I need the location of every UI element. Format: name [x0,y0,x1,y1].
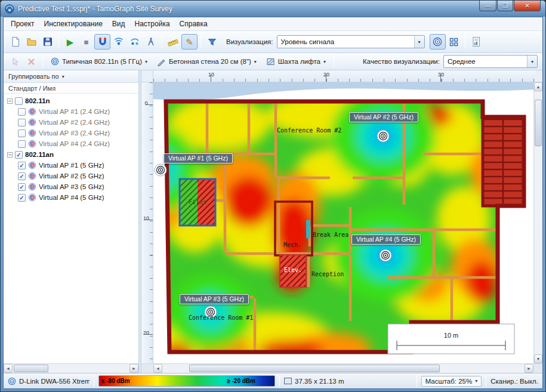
gps-calibration-button[interactable] [143,34,159,50]
stop-survey-button[interactable]: ■ [78,34,94,50]
sidebar-horizontal-scrollbar[interactable]: ◄ ► [4,363,138,373]
draw-zone-label: Шахта лифта [278,58,320,65]
ap-tag-1[interactable]: Virtual AP #1 (5 GHz) [164,153,233,163]
title-bar[interactable]: Predictive Test 1.ssprj* - TamoGraph Sit… [1,1,545,17]
scroll-left-icon[interactable]: ◄ [153,364,162,373]
ap-tag-3[interactable]: Virtual AP #3 (5 GHz) [180,294,249,304]
map-horizontal-scrollbar[interactable]: ◄ ► [153,363,533,373]
start-survey-button[interactable]: ▶ [62,34,78,50]
attenuation-zone-icon [266,57,275,66]
map-area: 10 20 30 0 10 20 [141,70,542,373]
visualization-combobox[interactable]: Уровень сигнала ▾ [277,35,425,48]
ap-marker-4[interactable] [380,249,391,261]
open-project-button[interactable] [23,34,39,50]
scroll-right-icon[interactable]: ► [525,364,533,373]
checkbox[interactable]: ✓ [15,151,23,159]
checkbox[interactable] [18,129,26,137]
checkbox[interactable] [18,119,26,126]
floorplan-svg[interactable]: Conference Room #2 Break Area Mech. Rece… [153,82,533,363]
scrollbar-thumb[interactable] [189,365,440,372]
checkbox[interactable]: ✓ [18,162,26,169]
active-survey-button[interactable] [127,34,143,50]
draw-wall-label: Бетонная стена 20 см (8") [169,58,251,65]
select-tool-button[interactable] [7,55,23,69]
scroll-right-icon[interactable]: ► [129,364,138,373]
open-folder-icon [26,36,37,47]
ap-marker-icon [51,57,59,66]
compass-icon [146,36,156,47]
ap-tag-2[interactable]: Virtual AP #2 (5 GHz) [349,112,418,122]
legend-min-label: ≤ -80 dBm [101,378,130,384]
quality-label: Качество визуализации: [363,58,440,65]
checkbox[interactable] [18,108,26,116]
checkbox[interactable] [18,140,26,148]
tree-item-ap4-24[interactable]: Virtual AP #4 (2.4 GHz) [4,138,138,149]
show-aps-toggle[interactable] [430,34,446,50]
window-title: Predictive Test 1.ssprj* - TamoGraph Sit… [18,5,172,13]
collapse-icon[interactable]: − [7,152,13,158]
measure-calibrate-button[interactable] [165,34,181,50]
snap-magnet-button[interactable] [94,34,110,50]
adapter-icon [8,377,16,385]
edit-plan-button[interactable]: ✎ [181,34,198,50]
menu-project[interactable]: Проект [6,18,39,30]
close-button[interactable]: ✕ [514,1,541,11]
report-button[interactable] [468,34,485,50]
check-icon: ✓ [19,162,24,169]
tree-group-80211an[interactable]: − ✓ 802.11an [4,149,138,160]
menu-settings[interactable]: Настройка [130,18,175,30]
ap-marker-1[interactable] [155,164,166,176]
left-ruler: 0 10 20 [141,82,153,363]
ap-tag-4[interactable]: Virtual AP #4 (5 GHz) [351,234,421,245]
visualization-value: Уровень сигнала [277,38,414,45]
column-header[interactable]: Стандарт / Имя [4,83,138,94]
ruler-mark: 20 [321,72,332,78]
tree-item-ap3-5[interactable]: ✓ Virtual AP #3 (5 GHz) [4,181,138,192]
tree-item-ap3-24[interactable]: Virtual AP #3 (2.4 GHz) [4,128,138,138]
tree-group-80211n[interactable]: − 802.11n [4,95,138,106]
tree-item-ap2-5[interactable]: ✓ Virtual AP #2 (5 GHz) [4,171,138,181]
scroll-up-icon[interactable]: ▲ [534,82,542,91]
save-button[interactable] [39,34,55,50]
floorplan-canvas[interactable]: Conference Room #2 Break Area Mech. Rece… [153,82,533,363]
draw-ap-dropdown[interactable]: Типичная 802.11n (5 ГГц) ▾ [46,55,152,69]
map-hscroll-row: ◄ ► [141,363,542,373]
draw-wall-dropdown[interactable]: Бетонная стена 20 см (8") ▾ [152,55,261,69]
scrollbar-thumb[interactable] [14,365,48,372]
tree-item-ap2-24[interactable]: Virtual AP #2 (2.4 GHz) [4,117,138,128]
map-vertical-scrollbar[interactable]: ▲ ▼ [533,82,542,363]
tree-item-ap4-5[interactable]: ✓ Virtual AP #4 (5 GHz) [4,192,138,203]
checkbox[interactable] [15,97,23,105]
chevron-down-icon: ▾ [527,55,537,67]
scroll-left-icon[interactable]: ◄ [4,364,13,373]
checkbox[interactable]: ✓ [18,172,26,180]
tree-item-ap1-5[interactable]: ✓ Virtual AP #1 (5 GHz) [4,160,138,171]
menu-view[interactable]: Вид [107,18,130,30]
tree-item-ap1-24[interactable]: Virtual AP #1 (2.4 GHz) [4,106,138,117]
chevron-down-icon: ▾ [62,74,64,79]
checkbox[interactable]: ✓ [18,194,26,202]
passive-survey-button[interactable] [110,34,127,50]
group-by-button[interactable]: Группировать по ▾ [4,70,138,83]
ap-marker-2[interactable] [377,130,389,142]
menu-inspection[interactable]: Инспектирование [39,18,107,30]
draw-zone-dropdown[interactable]: Шахта лифта ▾ [261,55,331,69]
ap-icon [28,129,36,137]
quality-value: Среднее [444,58,527,65]
menu-help[interactable]: Справка [175,18,212,30]
zoom-combobox[interactable]: Масштаб: 25% ▾ [421,376,482,387]
filter-button[interactable] [204,34,220,50]
delete-object-button[interactable] [23,55,39,69]
collapse-icon[interactable]: − [7,98,13,104]
show-legend-toggle[interactable] [446,34,462,50]
scrollbar-thumb[interactable] [535,100,542,146]
maximize-button[interactable]: ❐ [497,1,513,11]
new-project-button[interactable] [7,34,23,50]
adapter-name: D-Link DWA-556 Xtrem [19,378,90,385]
minimize-button[interactable]: — [479,1,496,11]
quality-combobox[interactable]: Среднее ▾ [443,55,538,68]
ruler-mark: 10 [142,215,150,221]
pencil-icon: ✎ [186,38,193,47]
checkbox[interactable]: ✓ [18,183,26,191]
scroll-down-icon[interactable]: ▼ [534,354,542,363]
